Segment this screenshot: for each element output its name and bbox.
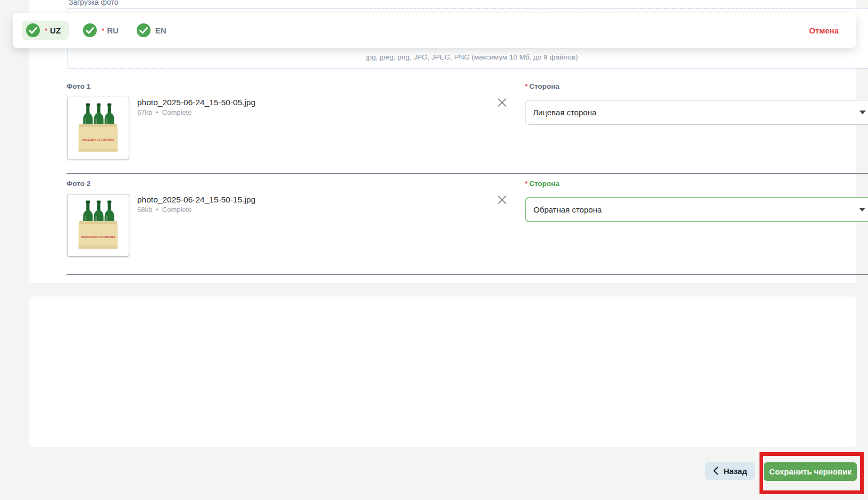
bullet-separator: • [156,108,158,116]
thumb-caption: ОБРАТНАЯ СТОРОНА [81,235,116,239]
chevron-down-icon [859,111,866,114]
close-icon [497,194,507,205]
photo1-side-select[interactable]: Лицевая сторона [525,100,868,125]
page: Загрузка фото jpg, jpeg, png, JPG, JPEG,… [0,0,868,500]
bottle-pack-image: ЛИЦЕВАЯ СТОРОНА [71,101,125,155]
bullet-separator: • [156,206,158,214]
required-asterisk: * [525,180,528,188]
photo2-size: 68kb [137,206,152,214]
photo1-status: Complete [162,108,192,116]
photo1-filename: photo_2025-06-24_15-50-05.jpg [137,98,255,107]
tab-label: EN [155,26,166,35]
tab-lang-en[interactable]: EN [137,23,166,37]
photo1-size: 67kb [137,108,152,116]
required-asterisk: * [525,82,528,90]
photo1-side-label: * Сторона [525,82,560,90]
check-icon [137,23,151,37]
check-icon [83,23,97,37]
chevron-left-icon [713,467,719,475]
photo-section-label: Загрузка фото [69,0,119,6]
tab-lang-ru[interactable]: * RU [83,23,119,37]
photo-formats-hint: jpg, jpeg, png, JPG, JPEG, PNG (максимум… [68,53,868,61]
back-button-label: Назад [723,467,747,476]
check-icon [26,23,40,37]
photo2-thumbnail: ОБРАТНАЯ СТОРОНА [67,194,129,257]
photo1-thumbnail: ЛИЦЕВАЯ СТОРОНА [67,97,129,159]
save-draft-button[interactable]: Сохранить черновик [764,462,857,481]
language-tabs-bar: * UZ * RU EN Отмена [13,13,856,48]
photo2-meta: 68kb • Complete [137,206,191,214]
section-divider [66,274,868,275]
tab-label: RU [107,26,119,35]
thumb-caption: ЛИЦЕВАЯ СТОРОНА [82,138,115,141]
photo2-filename: photo_2025-06-24_15-50-15.jpg [137,195,255,205]
photo2-remove-button[interactable] [496,193,508,206]
photo2-label: Фото 2 [66,180,90,188]
photo1-side-value: Лицевая сторона [533,108,596,117]
row-divider [66,173,868,174]
chevron-down-icon [859,208,865,211]
close-icon [497,97,507,108]
photo1-label: Фото 1 [66,82,90,90]
photo2-side-select[interactable]: Обратная сторона [525,197,868,222]
tab-lang-uz[interactable]: * UZ [22,21,69,40]
photo2-side-label: * Сторона [525,180,560,188]
tab-label: UZ [50,26,61,35]
cancel-button[interactable]: Отмена [809,26,839,35]
side-label-text: Сторона [529,180,560,188]
photo2-side-value: Обратная сторона [533,205,602,214]
back-button[interactable]: Назад [705,462,755,480]
bottle-pack-image: ОБРАТНАЯ СТОРОНА [71,198,125,252]
required-asterisk: * [45,27,47,35]
photo1-remove-button[interactable] [496,96,508,109]
documentation-card: Документация Технические документы ! Заг… [29,296,856,447]
required-asterisk: * [102,27,104,35]
photo2-status: Complete [162,206,192,214]
photo1-meta: 67kb • Complete [137,108,191,116]
side-label-text: Сторона [529,82,560,90]
